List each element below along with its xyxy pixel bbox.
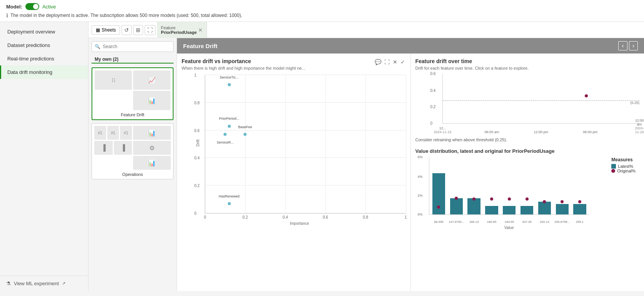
grid-v-1 [205,75,205,213]
sheet-card-ops-grid: #1 #1 #1 ▐ ▐ 📊 ⚙ 📊 [94,126,171,170]
y-tick-06: 0.6 [194,128,200,132]
bar-col-4 [485,206,498,214]
toolbar: ▦ Sheets ↺ ⊞ ⛶ Feature PriorPeriodUsage … [88,22,644,38]
bar-x-8: 235.6799... [554,220,570,224]
scatter-label-servicetic: ServiceTic... [220,75,239,79]
comment-btn[interactable]: 💬 [374,58,382,66]
time-data-point[interactable] [585,94,588,97]
scatter-label-basefee: BaseFee [238,125,252,129]
bar-dot-6 [526,197,529,201]
bar-dot-1 [437,206,440,209]
ops-mini-gear: ⚙ [133,141,171,155]
grid-h-6 [205,213,406,213]
threshold-label: (0.25) [630,101,639,105]
tab-close-icon[interactable]: ✕ [198,27,203,33]
sidebar-item-data-drift-monitoring[interactable]: Data drift monitoring [0,65,88,79]
retrain-note: Consider retraining when above threshold… [415,137,640,142]
refresh-icon-btn[interactable]: ↺ [122,25,132,35]
prev-nav-btn[interactable]: ‹ [618,41,627,50]
model-toggle[interactable] [25,3,39,10]
sidebar-item-deployment-overview[interactable]: Deployment overview [0,25,88,38]
scatter-point-servicetic[interactable] [228,83,231,86]
sheet-card-feature-drift[interactable]: ⁝⁝ 📈 📊 Feature Drift [92,67,174,120]
tab-sublabel: PriorPeriodUsage [161,30,197,35]
line-chart-icon: 📈 [148,77,156,84]
bar-x-axis-label: Value [429,226,590,230]
scatter-chart-panel: Feature drift vs importance When there i… [177,54,411,291]
check-btn[interactable]: ✓ [400,58,406,66]
close-chart-btn[interactable]: ✕ [392,58,398,66]
time-chart-title: Feature drift over time [415,58,640,64]
main-layout: Deployment overview Dataset predictions … [0,22,644,291]
export-icon-btn[interactable]: ⊞ [133,25,143,35]
scatter-label-hasrenewed: HasRenewed [219,194,240,198]
feature-drift-header: Feature Drift ‹ › [177,38,644,54]
scatter-label-servicer: ServiceR... [217,140,234,144]
grid-v-2 [245,75,245,213]
bar-chart-icon2: 📊 [148,97,156,104]
time-y-06: 0.6 [430,72,436,76]
scatter-point-priorperiod[interactable] [228,125,231,128]
bar-chart-section: Value distribution, latest and original … [415,148,640,286]
bar-y-0: 0% [418,212,423,216]
sheet-card-operations[interactable]: #1 #1 #1 ▐ ▐ 📊 ⚙ 📊 [92,123,174,179]
sheet-mini-line: 📈 [133,70,170,90]
bar-col-6 [521,206,533,214]
measures-label: Measures [611,157,636,162]
sidebar-item-realtime-predictions[interactable]: Real-time predictions [0,52,88,65]
section-label: My own (2) [92,55,174,64]
search-input[interactable] [92,41,174,52]
sheets-button[interactable]: ▦ Sheets [92,25,120,35]
bar-x-7: 220.13 [540,220,549,224]
header-nav-buttons: ‹ › [618,41,638,50]
x-tick-04: 0.4 [283,215,288,219]
x-tick-06: 0.6 [323,215,328,219]
scatter-point-hasrenewed[interactable] [228,202,231,205]
bar-chart-wrapper: Measures Latest% Original% [415,157,640,230]
external-link-icon: ↗ [62,281,65,286]
fullscreen-icon-btn[interactable]: ⛶ [145,25,155,35]
sheet-mini-bar2: 📊 [133,91,170,110]
expand-btn[interactable]: ⛶ [384,58,390,66]
bar-col-9 [573,204,586,214]
time-x-4: 06:00 pm [583,130,597,134]
bar-col-2 [450,198,463,214]
grid-v-6 [406,75,406,213]
sidebar-item-dataset-predictions[interactable]: Dataset predictions [0,38,88,52]
model-label: Model: [6,4,22,10]
legend-latest: Latest% [611,164,636,169]
grid-h-4 [205,157,406,158]
x-tick-0: 0 [204,215,206,219]
scatter-point-servicer[interactable] [224,133,227,136]
content-area: ▦ Sheets ↺ ⊞ ⛶ Feature PriorPeriodUsage … [88,22,644,291]
scatter-chart-subtitle: When there is high drift and high import… [182,66,305,70]
next-nav-btn[interactable]: › [629,41,638,50]
x-axis-label: Importance [193,221,406,226]
bar-chart-title: Value distribution, latest and original … [415,148,640,154]
time-chart-wrapper: 0 0.2 0.4 0.6 (0.25) [429,74,640,124]
bar-x-4: 180.65 [487,220,496,224]
time-y-02: 0.2 [430,105,436,109]
bar-y-6: 6% [418,155,423,159]
bar-legend: Measures Latest% Original% [611,157,636,173]
time-x-3: 12:00 pm [534,130,548,134]
bar-dot-9 [578,200,581,203]
sheet-name-feature-drift: Feature Drift [95,112,170,117]
right-charts-panel: Feature drift over time Drift for each f… [411,54,644,291]
view-ml-experiment-link[interactable]: ⚗ View ML experiment ↗ [0,276,88,291]
time-chart-subtitle: Drift for each feature over time. Click … [415,66,640,70]
bar-x-3: 166.13 [469,220,479,224]
y-tick-02: 0.2 [194,184,200,188]
scatter-chart-toolbar: 💬 ⛶ ✕ ✓ [374,58,406,66]
left-panel: 🔍 My own (2) ⁝⁝ 📈 [88,38,177,291]
scatter-chart-title: Feature drift vs importance [182,58,305,64]
tab-label: Feature [161,25,197,30]
grid-h-2 [205,102,406,103]
x-tick-02: 0.2 [242,215,248,219]
scatter-point-basefee[interactable] [244,133,247,136]
info-icon: ℹ [6,12,8,18]
grid-h-5 [205,185,406,186]
sheet-mini-scatter: ⁝⁝ [95,70,132,90]
feature-tab[interactable]: Feature PriorPeriodUsage ✕ [157,22,207,38]
info-bar: ℹ The model in the deployment is active.… [6,12,638,18]
